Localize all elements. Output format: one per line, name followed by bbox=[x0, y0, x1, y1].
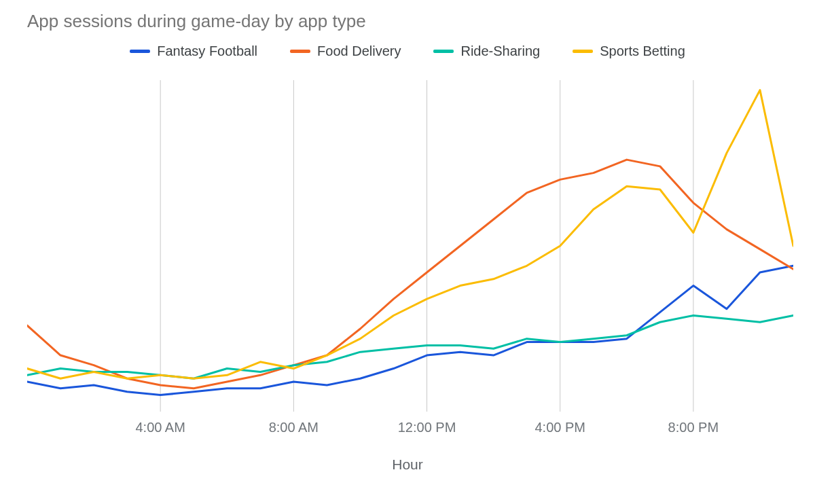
legend-label: Sports Betting bbox=[600, 43, 685, 59]
legend-swatch bbox=[130, 50, 150, 53]
x-axis-title: Hour bbox=[0, 456, 815, 473]
series-line bbox=[27, 90, 793, 379]
x-tick-label: 4:00 AM bbox=[135, 420, 185, 435]
legend-item[interactable]: Ride-Sharing bbox=[433, 43, 540, 59]
legend-label: Food Delivery bbox=[317, 43, 401, 59]
legend-item[interactable]: Sports Betting bbox=[573, 43, 685, 59]
legend-swatch bbox=[433, 50, 454, 53]
chart-title: App sessions during game-day by app type bbox=[27, 11, 366, 32]
legend-item[interactable]: Fantasy Football bbox=[130, 43, 257, 59]
legend-swatch bbox=[573, 50, 593, 53]
x-tick-label: 8:00 AM bbox=[269, 420, 319, 435]
plot-svg bbox=[27, 80, 793, 412]
legend-label: Fantasy Football bbox=[157, 43, 257, 59]
x-tick-label: 12:00 PM bbox=[398, 420, 456, 435]
series-line bbox=[27, 315, 793, 378]
series-line bbox=[27, 160, 793, 389]
plot-area bbox=[27, 80, 793, 412]
line-chart: App sessions during game-day by app type… bbox=[0, 0, 815, 504]
legend-label: Ride-Sharing bbox=[460, 43, 540, 59]
x-tick-label: 8:00 PM bbox=[668, 420, 719, 435]
chart-legend: Fantasy FootballFood DeliveryRide-Sharin… bbox=[0, 43, 815, 59]
x-axis-tick-labels: 4:00 AM8:00 AM12:00 PM4:00 PM8:00 PM bbox=[27, 420, 793, 436]
legend-swatch bbox=[290, 50, 310, 53]
legend-item[interactable]: Food Delivery bbox=[290, 43, 401, 59]
x-tick-label: 4:00 PM bbox=[535, 420, 585, 435]
